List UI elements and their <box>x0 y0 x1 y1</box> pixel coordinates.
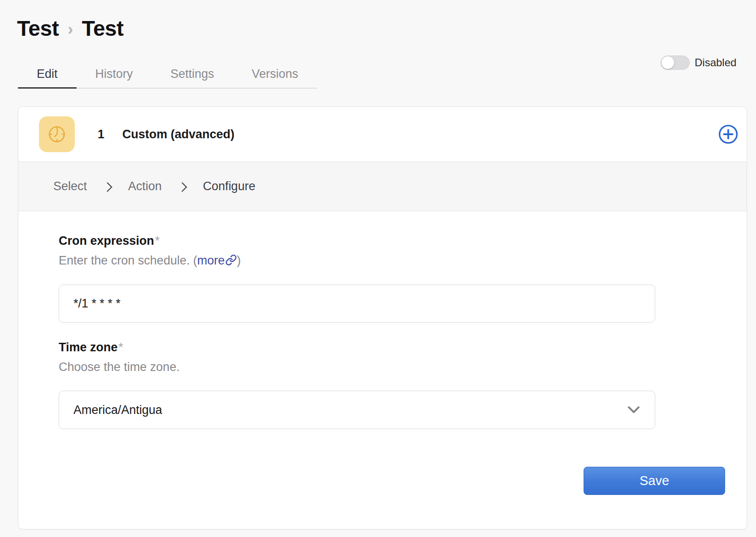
wizard-step-action[interactable]: Action <box>128 179 162 193</box>
timezone-select[interactable]: America/Antigua <box>59 391 655 429</box>
link-icon[interactable] <box>225 254 237 266</box>
clock-icon <box>47 124 67 145</box>
wizard-breadcrumb: Select Action Configure <box>18 162 747 211</box>
page-title: Test <box>82 16 124 41</box>
schedule-app-icon <box>39 116 75 152</box>
cron-expression-label: Cron expression* <box>59 234 160 248</box>
cron-expression-help: Enter the cron schedule. (more) <box>59 254 241 268</box>
toggle-knob <box>662 56 674 69</box>
timezone-label: Time zone* <box>59 341 123 354</box>
step-card-header: 1 Custom (advanced) <box>18 107 747 162</box>
step-number: 1 <box>98 128 104 141</box>
more-link[interactable]: more <box>197 254 225 267</box>
save-button[interactable]: Save <box>584 467 725 495</box>
toggle-status-label: Disabled <box>695 56 736 69</box>
tab-history[interactable]: History <box>77 63 152 88</box>
trigger-step-card: 1 Custom (advanced) Select Action Config… <box>18 107 747 529</box>
wizard-step-select[interactable]: Select <box>53 179 87 193</box>
timezone-selected-value: America/Antigua <box>73 403 162 417</box>
required-marker: * <box>119 341 124 354</box>
plus-circle-icon <box>718 124 739 145</box>
cron-expression-input[interactable] <box>59 285 655 323</box>
tab-edit[interactable]: Edit <box>18 63 77 88</box>
breadcrumb-separator: › <box>68 20 73 39</box>
breadcrumb-project[interactable]: Test <box>17 16 59 41</box>
chevron-right-icon <box>103 182 113 192</box>
chevron-down-icon <box>627 405 640 414</box>
chevron-right-icon <box>177 182 188 192</box>
tab-settings[interactable]: Settings <box>152 63 233 88</box>
wizard-step-configure[interactable]: Configure <box>203 179 255 193</box>
add-step-button[interactable] <box>718 124 739 145</box>
tab-versions[interactable]: Versions <box>233 63 317 88</box>
timezone-help: Choose the time zone. <box>59 360 180 374</box>
enabled-toggle[interactable] <box>661 55 690 70</box>
required-marker: * <box>155 234 160 247</box>
breadcrumb: Test › Test <box>17 16 124 41</box>
workflow-status-control: Disabled <box>661 55 736 70</box>
tab-bar: Edit History Settings Versions <box>18 63 317 89</box>
step-title: Custom (advanced) <box>122 128 235 141</box>
